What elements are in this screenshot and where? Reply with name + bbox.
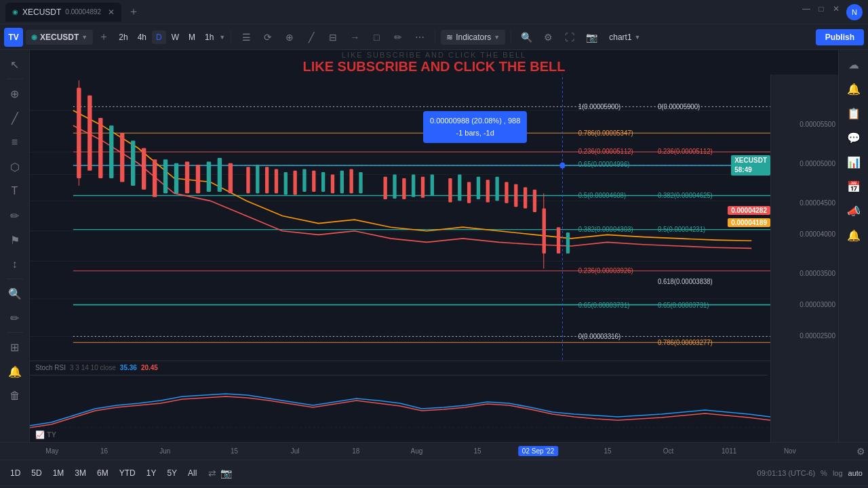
tf-all[interactable]: All [183, 466, 201, 480]
tf-1m[interactable]: 1M [48, 466, 69, 480]
calendar-icon[interactable]: 📅 [842, 175, 865, 198]
chart-name-selector[interactable]: chart1 ▼ [604, 30, 646, 45]
auto-btn[interactable]: auto [848, 469, 863, 477]
time-nov: Nov [784, 447, 796, 455]
notes-icon[interactable]: 📋 [842, 102, 865, 125]
svg-text:0.786(0.00005347): 0.786(0.00005347) [578, 129, 633, 136]
text-tool[interactable]: T [3, 180, 26, 203]
fullscreen-btn[interactable]: ⛶ [560, 28, 579, 47]
svg-text:0.618(0.00003838): 0.618(0.00003838) [658, 277, 713, 285]
bar-replay-btn[interactable]: ⟳ [258, 28, 277, 47]
measure-tool[interactable]: ↕ [3, 253, 26, 276]
svg-rect-23 [98, 118, 102, 178]
svg-rect-24 [109, 125, 113, 178]
draw-multi-tool[interactable]: ≡ [3, 131, 26, 154]
log-btn[interactable]: log [833, 469, 843, 477]
tf-1d[interactable]: 1D [5, 466, 25, 480]
close-btn[interactable]: ✕ [831, 4, 841, 14]
draw-text-btn[interactable]: ✏ [389, 28, 408, 47]
chevron-down-icon-chart: ▼ [635, 34, 641, 41]
logo-btn[interactable]: TV [4, 28, 23, 47]
price-tick-5500: 0.00005500 [800, 121, 835, 128]
draw-shapes-tool[interactable]: ⬡ [3, 155, 26, 178]
draw-fib-btn[interactable]: ⊟ [323, 28, 342, 47]
draw-lines-tool[interactable]: ╱ [3, 106, 26, 129]
chevron-down-icon[interactable]: ▼ [219, 34, 225, 41]
chart-icon[interactable]: 📊 [842, 150, 865, 174]
draw-crosshair-btn[interactable]: ⊕ [280, 28, 299, 47]
tf-w[interactable]: W [167, 30, 183, 44]
timestamp: 09:01:13 (UTC-6) [757, 469, 816, 477]
cloud-icon[interactable]: ☁ [842, 53, 865, 76]
settings-btn[interactable]: ⚙ [538, 28, 557, 47]
compare-btn[interactable]: ⇄ [208, 468, 216, 479]
tf-ytd[interactable]: YTD [115, 466, 140, 480]
svg-text:0.382(0.00004303): 0.382(0.00004303) [578, 226, 633, 233]
restore-btn[interactable]: □ [816, 4, 826, 14]
search-btn[interactable]: 🔍 [517, 28, 536, 47]
magnet-tool[interactable]: ✏ [3, 306, 26, 329]
chat-icon[interactable]: 💬 [842, 126, 865, 149]
svg-text:0.5(0.00004608): 0.5(0.00004608) [578, 192, 626, 199]
flag-tool[interactable]: ⚑ [3, 228, 26, 251]
xecusdt-price-tag: XECUSDT58:49 [731, 155, 770, 176]
crosshair-tool[interactable]: ⊕ [3, 82, 26, 105]
svg-rect-40 [284, 172, 288, 195]
watchlist-icon[interactable]: ⊞ [3, 336, 26, 359]
zoom-in-tool[interactable]: 🔍 [3, 282, 26, 305]
tab-close-btn[interactable]: ✕ [108, 7, 115, 17]
percent-btn[interactable]: % [821, 469, 827, 477]
tf-3m[interactable]: 3M [70, 466, 91, 480]
draw-rect-btn[interactable]: □ [367, 28, 386, 47]
price-tick-3000: 0.00003000 [800, 301, 835, 308]
tf-5y[interactable]: 5Y [162, 466, 182, 480]
left-sidebar: ↖ ⊕ ╱ ≡ ⬡ T ✏ ⚑ ↕ 🔍 ✏ ⊞ 🔔 🗑 [0, 50, 30, 442]
tf-d[interactable]: D [152, 30, 166, 44]
chart-tooltip: 0.00000988 (20.08%) , 988 -1 bars, -1d [423, 111, 527, 143]
tf-1y[interactable]: 1Y [142, 466, 161, 480]
time-axis: May 16 Jun 15 Jul 18 Aug 15 02 Sep '22 1… [0, 442, 868, 460]
draw-line-btn[interactable]: ╱ [302, 28, 321, 47]
tf-4h[interactable]: 4h [134, 30, 151, 44]
time-15-aug: 15 [473, 447, 481, 455]
notification-icon[interactable]: 🔔 [842, 224, 865, 247]
screenshot-btn[interactable]: 📷 [220, 468, 232, 479]
tooltip-line1: 0.00000988 (20.08%) , 988 [430, 115, 520, 127]
svg-rect-46 [340, 171, 344, 193]
tf-5d[interactable]: 5D [26, 466, 46, 480]
draw-arrow-btn[interactable]: → [345, 28, 364, 47]
svg-rect-30 [174, 163, 178, 193]
stoch-k-val: 35.36 [120, 364, 137, 371]
bell-icon[interactable]: 🔔 [842, 77, 865, 100]
tf-2h[interactable]: 2h [115, 30, 132, 44]
svg-text:0.65(0.00003731): 0.65(0.00003731) [578, 302, 630, 309]
browser-tab[interactable]: ◉ XECUSDT 0.00004892 ✕ [5, 3, 121, 22]
tf-1h[interactable]: 1h [201, 30, 218, 44]
tf-m[interactable]: M [184, 30, 199, 44]
profile-btn[interactable]: N [846, 4, 863, 20]
minimize-btn[interactable]: — [802, 4, 811, 14]
broadcast-icon[interactable]: 📣 [842, 199, 865, 222]
snapshot-btn[interactable]: 📷 [582, 28, 601, 47]
stoch-params: 3 3 14 10 close [70, 364, 116, 371]
tf-6m[interactable]: 6M [92, 466, 113, 480]
publish-btn[interactable]: Publish [816, 29, 864, 45]
main-toolbar: TV ◉ XECUSDT ▼ ＋ 2h 4h D W M 1h ▼ ☰ ⟳ ⊕ … [0, 24, 868, 50]
svg-rect-63 [524, 187, 527, 208]
brush-tool[interactable]: ✏ [3, 204, 26, 227]
alerts-icon[interactable]: 🔔 [3, 360, 26, 383]
symbol-selector[interactable]: ◉ XECUSDT ▼ [26, 30, 93, 45]
new-tab-btn[interactable]: ＋ [125, 4, 142, 20]
indicators-btn[interactable]: ≋ Indicators ▼ [441, 30, 505, 45]
more-tools-btn[interactable]: ⋯ [410, 28, 429, 47]
trash-icon[interactable]: 🗑 [3, 384, 26, 407]
svg-rect-42 [302, 169, 306, 192]
chart-name-text: chart1 [609, 33, 631, 42]
chart-container[interactable]: LIKE SUBSCRIBE AND CLICK THE BELL LIKE S… [30, 50, 838, 442]
bar-type-btn[interactable]: ☰ [237, 28, 256, 47]
time-settings-btn[interactable]: ⚙ [856, 446, 865, 457]
price-tick-4500: 0.00004500 [800, 199, 835, 207]
add-symbol-btn[interactable]: ＋ [96, 29, 112, 45]
cursor-tool[interactable]: ↖ [3, 53, 26, 76]
svg-rect-29 [163, 159, 167, 193]
